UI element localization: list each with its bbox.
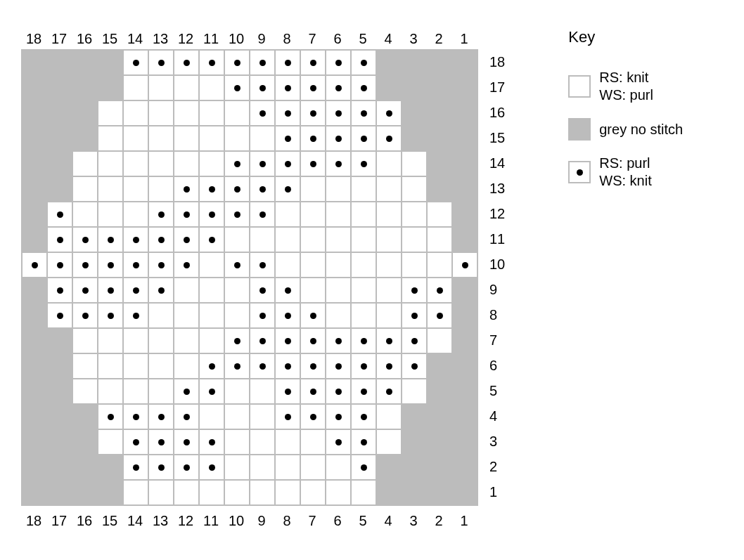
nostitch-cell (377, 481, 401, 504)
dot-icon (462, 262, 468, 268)
purl-cell (149, 228, 173, 252)
column-label: 17 (46, 510, 72, 531)
purl-cell (352, 101, 376, 125)
purl-cell (174, 430, 198, 454)
purl-cell (276, 379, 300, 403)
knit-cell (124, 101, 148, 125)
dot-icon (184, 237, 190, 243)
knit-cell (225, 455, 249, 479)
nostitch-cell (23, 430, 46, 454)
nostitch-cell (428, 430, 451, 454)
purl-cell (73, 253, 97, 277)
dot-icon (158, 414, 165, 420)
nostitch-cell (23, 405, 46, 429)
purl-cell (200, 354, 224, 378)
column-axis-bottom: 181716151413121110987654321 (21, 510, 502, 531)
dot-icon (259, 186, 266, 193)
knit-cell (225, 481, 249, 504)
dot-icon (285, 389, 291, 395)
knit-cell (301, 481, 325, 504)
purl-cell (149, 405, 173, 429)
nostitch-cell (453, 126, 477, 150)
row-label: 11 (489, 226, 505, 252)
purl-cell (250, 152, 274, 176)
purl-cell (124, 405, 148, 429)
knit-cell (124, 177, 148, 201)
dot-icon (184, 464, 190, 471)
knit-cell (377, 253, 401, 277)
dot-icon (234, 85, 240, 91)
column-label: 9 (249, 510, 274, 531)
knit-cell (250, 228, 274, 252)
purl-cell (301, 329, 325, 353)
knit-cell (200, 481, 224, 504)
purl-cell (200, 177, 224, 201)
purl-cell (301, 51, 325, 74)
row-label: 7 (489, 327, 505, 353)
nostitch-cell (453, 481, 477, 504)
knit-cell (124, 354, 148, 378)
dot-icon (209, 363, 215, 370)
nostitch-cell (48, 51, 72, 74)
nostitch-cell (73, 76, 97, 100)
column-label: 18 (21, 28, 46, 49)
nostitch-cell (98, 76, 122, 100)
knit-cell (428, 329, 451, 353)
column-label: 12 (173, 28, 198, 49)
purl-cell (225, 177, 249, 201)
dot-icon (285, 60, 291, 66)
nostitch-cell (453, 405, 477, 429)
column-label: 14 (122, 510, 148, 531)
nostitch-cell (453, 177, 477, 201)
dot-icon (386, 110, 392, 117)
row-axis-right: 181716151413121110987654321 (478, 49, 505, 506)
dot-icon (209, 60, 215, 66)
legend-title: Key (568, 28, 683, 46)
knit-cell (149, 101, 173, 125)
column-label: 8 (274, 510, 300, 531)
knit-cell (200, 101, 224, 125)
knit-cell (352, 304, 376, 327)
knit-cell (377, 152, 401, 176)
purl-cell (200, 202, 224, 226)
nostitch-cell (453, 430, 477, 454)
dot-icon (133, 60, 139, 66)
knit-cell (124, 379, 148, 403)
dot-icon (234, 338, 240, 344)
dot-icon (209, 464, 215, 471)
dot-icon (285, 136, 291, 142)
legend-label: RS: purlWS: knit (599, 155, 651, 190)
purl-cell (73, 228, 97, 252)
knit-cell (98, 101, 122, 125)
nostitch-cell (428, 152, 451, 176)
knit-cell (326, 202, 350, 226)
knit-cell (301, 202, 325, 226)
nostitch-cell (23, 455, 46, 479)
column-axis-top: 181716151413121110987654321 (21, 28, 502, 49)
purl-cell (326, 430, 350, 454)
dot-icon (386, 389, 392, 395)
knit-cell (149, 152, 173, 176)
purl-cell (73, 304, 97, 327)
knit-cell (250, 430, 274, 454)
knit-cell (377, 304, 401, 327)
purl-cell (250, 329, 274, 353)
dot-icon (158, 464, 165, 471)
dot-icon (184, 439, 190, 445)
purl-cell (453, 253, 477, 277)
nostitch-cell (23, 278, 46, 302)
column-label: 15 (97, 28, 122, 49)
dot-icon (234, 211, 240, 218)
purl-cell (149, 253, 173, 277)
nostitch-cell (453, 354, 477, 378)
purl-cell (301, 101, 325, 125)
knit-cell (124, 126, 148, 150)
purl-cell (276, 354, 300, 378)
dot-icon (184, 211, 190, 218)
knit-cell (225, 304, 249, 327)
knit-swatch-icon (568, 75, 591, 98)
dot-icon (310, 338, 316, 344)
nostitch-cell (98, 481, 122, 504)
column-label: 2 (426, 28, 451, 49)
dot-icon (158, 60, 165, 66)
